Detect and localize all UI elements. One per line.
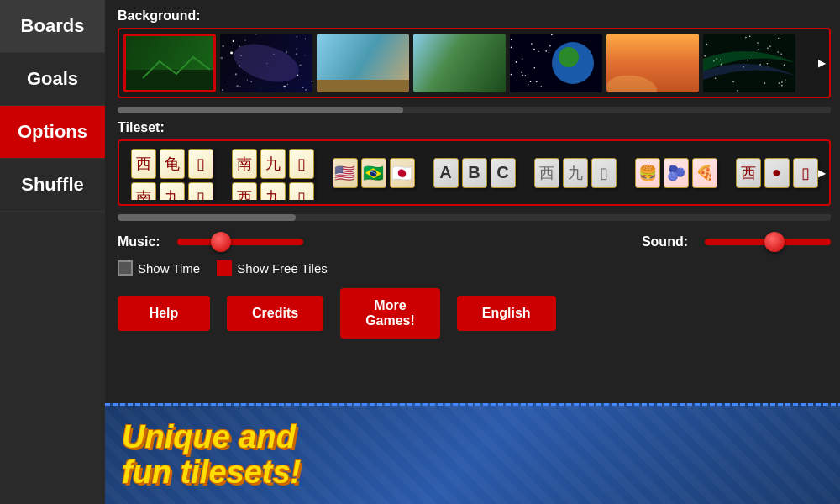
background-scroll [123, 34, 825, 92]
more-games-button[interactable]: MoreGames! [340, 288, 440, 339]
tileset-scroll-right-arrow[interactable]: ▶ [818, 167, 826, 179]
background-thumb-forest[interactable] [413, 34, 506, 92]
audio-controls: Music: Sound: [118, 234, 831, 249]
sidebar-item-options[interactable]: Options [0, 106, 105, 159]
help-button[interactable]: Help [118, 296, 210, 331]
tileset-label: Tileset: [118, 120, 831, 135]
background-strip-wrapper: ▶ [118, 28, 831, 113]
music-label: Music: [118, 234, 160, 249]
background-label: Background: [118, 8, 831, 24]
show-free-tiles-label: Show Free Tiles [237, 261, 328, 276]
tileset-scroll: 西龟▯南九▯南九▯西九▯🇺🇸🇧🇷🇯🇵ABC西九▯🍔🫐🍕西●▯ [123, 145, 825, 200]
tileset-strip-wrapper: 西龟▯南九▯南九▯西九▯🇺🇸🇧🇷🇯🇵ABC西九▯🍔🫐🍕西●▯ ▶ [118, 139, 831, 221]
tileset-item-food[interactable]: 🍔🫐🍕 [627, 145, 724, 200]
show-free-tiles-checkbox-item[interactable]: Show Free Tiles [217, 260, 328, 276]
sound-slider-track[interactable] [705, 239, 831, 245]
tileset-item-dark[interactable]: 西●▯ [728, 145, 825, 200]
music-slider-thumb[interactable] [211, 232, 231, 252]
tileset-item-abc[interactable]: ABC [426, 145, 522, 200]
buttons-row: Help Credits MoreGames! English [118, 288, 831, 339]
show-free-tiles-checkbox[interactable] [217, 260, 232, 276]
sidebar-item-shuffle[interactable]: Shuffle [0, 159, 105, 212]
sound-slider-thumb[interactable] [764, 232, 785, 252]
background-thumb-earth[interactable] [510, 34, 602, 92]
promo-banner: Unique andfun tilesets! [105, 403, 840, 504]
background-strip[interactable]: ▶ [118, 28, 831, 98]
promo-text: Unique andfun tilesets! [122, 420, 301, 491]
tileset-strip[interactable]: 西龟▯南九▯南九▯西九▯🇺🇸🇧🇷🇯🇵ABC西九▯🍔🫐🍕西●▯ ▶ [118, 139, 831, 206]
show-time-label: Show Time [138, 261, 200, 276]
background-thumb-green[interactable] [123, 34, 216, 92]
tileset-item-classic[interactable]: 西龟▯南九▯ [123, 145, 220, 200]
sidebar-item-goals[interactable]: Goals [0, 53, 105, 106]
show-time-checkbox-item[interactable]: Show Time [118, 260, 200, 276]
tileset-scrollbar [118, 214, 831, 221]
background-scrollbar [118, 107, 831, 113]
background-thumb-aurora[interactable] [703, 34, 795, 92]
sidebar-item-boards[interactable]: Boards [0, 0, 105, 53]
music-slider-track[interactable] [177, 239, 303, 245]
main-content: Background: ▶ Tileset: 西龟▯南九▯南九▯西九▯🇺🇸🇧🇷🇯… [105, 0, 840, 504]
credits-button[interactable]: Credits [227, 296, 323, 331]
tileset-scrollbar-thumb [118, 214, 296, 221]
tileset-item-classic2[interactable]: 南九▯西九▯ [224, 145, 321, 200]
background-thumb-galaxy[interactable] [220, 34, 312, 92]
show-time-checkbox[interactable] [118, 260, 133, 276]
background-thumb-desert[interactable] [606, 34, 699, 92]
english-button[interactable]: English [457, 296, 556, 331]
tileset-item-world[interactable]: 🇺🇸🇧🇷🇯🇵 [325, 145, 422, 200]
sound-label: Sound: [642, 234, 688, 249]
background-scrollbar-thumb [118, 107, 403, 113]
background-scroll-right-arrow[interactable]: ▶ [818, 57, 826, 69]
tileset-item-light[interactable]: 西九▯ [527, 145, 623, 200]
sidebar: Boards Goals Options Shuffle [0, 0, 105, 504]
background-thumb-beach[interactable] [317, 34, 409, 92]
checkboxes-row: Show Time Show Free Tiles [118, 260, 831, 276]
